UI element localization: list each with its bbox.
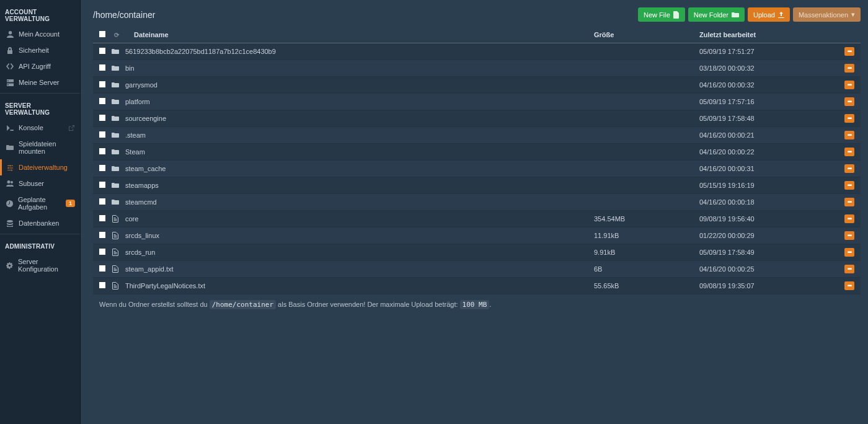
- row-checkbox[interactable]: [99, 64, 105, 71]
- file-name[interactable]: steam_appid.txt: [125, 265, 594, 273]
- row-actions-button[interactable]: •••: [844, 114, 854, 123]
- table-row[interactable]: bin03/18/20 00:00:32•••: [93, 60, 861, 77]
- table-row[interactable]: .steam04/16/20 00:00:21•••: [93, 127, 861, 144]
- file-name[interactable]: srcds_run: [125, 249, 594, 256]
- file-size: 55.65kB: [594, 282, 699, 289]
- folder-icon: [110, 166, 120, 172]
- row-checkbox[interactable]: [99, 198, 105, 205]
- row-actions-button[interactable]: •••: [844, 131, 854, 139]
- row-checkbox[interactable]: [99, 249, 105, 255]
- file-name[interactable]: platform: [125, 98, 594, 105]
- folder-icon: [110, 149, 120, 155]
- folder-icon: [110, 82, 120, 88]
- file-name[interactable]: srcds_linux: [125, 232, 594, 239]
- row-actions-button[interactable]: •••: [844, 231, 854, 240]
- table-row[interactable]: garrysmod04/16/20 00:00:32•••: [93, 77, 861, 94]
- table-row[interactable]: Steam04/16/20 00:00:22•••: [93, 144, 861, 161]
- row-actions-button[interactable]: •••: [844, 47, 854, 56]
- row-actions-button[interactable]: •••: [844, 64, 854, 73]
- row-actions-button[interactable]: •••: [844, 148, 854, 156]
- sidebar-item[interactable]: Server Konfiguration: [0, 254, 80, 277]
- new-file-button[interactable]: New File: [638, 7, 685, 22]
- table-row[interactable]: sourceengine05/09/19 17:58:48•••: [93, 110, 861, 127]
- file-name[interactable]: Steam: [125, 148, 594, 156]
- chevron-down-icon: ▾: [851, 11, 855, 19]
- new-folder-button[interactable]: New Folder: [688, 7, 745, 22]
- row-checkbox[interactable]: [99, 115, 105, 121]
- file-date: 09/08/19 19:35:07: [699, 282, 842, 289]
- folder-icon: [110, 132, 120, 138]
- file-name[interactable]: ThirdPartyLegalNotices.txt: [125, 282, 594, 289]
- table-row[interactable]: steamapps05/15/19 19:16:19•••: [93, 177, 861, 194]
- select-all-checkbox[interactable]: [99, 31, 105, 37]
- sidebar-item[interactable]: Subuser: [0, 175, 80, 192]
- row-checkbox[interactable]: [99, 81, 105, 87]
- file-name[interactable]: .steam: [125, 131, 594, 139]
- sidebar-item-label: Subuser: [19, 180, 44, 187]
- row-actions-button[interactable]: •••: [844, 97, 854, 106]
- row-actions-button[interactable]: •••: [844, 181, 854, 190]
- sidebar-item-label: Meine Server: [19, 79, 59, 86]
- folder-icon: [110, 199, 120, 205]
- file-date: 05/09/19 17:58:49: [699, 249, 842, 256]
- footer-code: 100 MB: [460, 300, 490, 309]
- table-row[interactable]: srcds_linux11.91kB01/22/20 00:00:29•••: [93, 227, 861, 244]
- table-row[interactable]: steam_appid.txt6B04/16/20 00:00:25•••: [93, 261, 861, 278]
- row-checkbox[interactable]: [99, 265, 105, 272]
- row-checkbox[interactable]: [99, 48, 105, 54]
- footer-text: .: [489, 301, 491, 308]
- sidebar-item[interactable]: Sicherheit: [0, 42, 80, 58]
- row-checkbox[interactable]: [99, 282, 105, 288]
- row-checkbox[interactable]: [99, 131, 105, 138]
- row-actions-button[interactable]: •••: [844, 164, 854, 173]
- file-name[interactable]: steamapps: [125, 182, 594, 189]
- file-size: 9.91kB: [594, 249, 699, 256]
- sidebar-item[interactable]: API Zugriff: [0, 58, 80, 74]
- header-size: Größe: [594, 31, 699, 38]
- sidebar-item[interactable]: Konsole: [0, 120, 80, 136]
- row-checkbox[interactable]: [99, 165, 105, 171]
- file-name[interactable]: sourceengine: [125, 115, 594, 122]
- sidebar-item[interactable]: Datenbanken: [0, 215, 80, 231]
- row-actions-button[interactable]: •••: [844, 81, 854, 89]
- table-row[interactable]: core354.54MB09/08/19 19:56:40•••: [93, 211, 861, 227]
- table-row[interactable]: ThirdPartyLegalNotices.txt55.65kB09/08/1…: [93, 278, 861, 294]
- row-checkbox[interactable]: [99, 182, 105, 188]
- mass-actions-button[interactable]: Massenaktionen ▾: [793, 7, 861, 22]
- row-checkbox[interactable]: [99, 215, 105, 221]
- sidebar-item-label: Mein Account: [19, 30, 60, 38]
- row-checkbox[interactable]: [99, 98, 105, 104]
- row-actions-button[interactable]: •••: [844, 214, 854, 223]
- table-row[interactable]: steamcmd04/16/20 00:00:18•••: [93, 194, 861, 211]
- sidebar-item-label: Sicherheit: [19, 46, 49, 54]
- row-checkbox[interactable]: [99, 148, 105, 154]
- file-name[interactable]: garrysmod: [125, 81, 594, 89]
- file-name[interactable]: steam_cache: [125, 165, 594, 172]
- sidebar-item-label: Geplante Aufgaben: [18, 196, 61, 211]
- file-name[interactable]: 5619233b8bcb2a22075bd1187a7b12c1ce8430b9: [125, 48, 594, 55]
- table-row[interactable]: platform05/09/19 17:57:16•••: [93, 94, 861, 110]
- row-actions-button[interactable]: •••: [844, 198, 854, 206]
- sidebar-item[interactable]: Mein Account: [0, 26, 80, 42]
- file-date: 04/16/20 00:00:31: [699, 165, 842, 172]
- row-actions-button[interactable]: •••: [844, 265, 854, 273]
- refresh-icon[interactable]: ⟳: [114, 32, 119, 38]
- table-row[interactable]: steam_cache04/16/20 00:00:31•••: [93, 161, 861, 177]
- file-name[interactable]: steamcmd: [125, 198, 594, 206]
- footer-text: Wenn du Ordner erstellst solltest du: [99, 301, 210, 308]
- external-icon: [68, 124, 75, 131]
- table-row[interactable]: srcds_run9.91kB05/09/19 17:58:49•••: [93, 244, 861, 261]
- file-name[interactable]: core: [125, 215, 594, 223]
- users-icon: [6, 180, 14, 187]
- row-actions-button[interactable]: •••: [844, 281, 854, 290]
- sidebar-item[interactable]: Spieldateien mounten: [0, 136, 80, 159]
- sidebar-item[interactable]: Meine Server: [0, 74, 80, 91]
- upload-button[interactable]: Upload: [748, 7, 790, 22]
- table-row[interactable]: 5619233b8bcb2a22075bd1187a7b12c1ce8430b9…: [93, 43, 861, 60]
- sidebar-item[interactable]: Dateiverwaltung: [0, 159, 80, 175]
- sidebar-item[interactable]: Geplante Aufgaben1: [0, 192, 80, 215]
- row-actions-button[interactable]: •••: [844, 248, 854, 257]
- header-name: Dateiname: [134, 31, 594, 38]
- row-checkbox[interactable]: [99, 232, 105, 238]
- file-name[interactable]: bin: [125, 64, 594, 72]
